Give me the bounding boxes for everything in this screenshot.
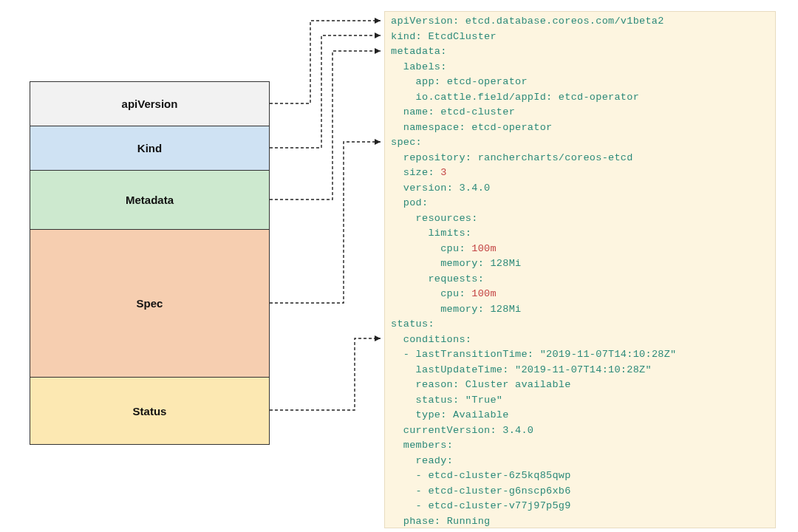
yaml-value: 3.4.0 (459, 183, 490, 194)
yaml-value: etcd-cluster (440, 106, 515, 117)
box-label: apiVersion (122, 98, 178, 110)
box-label: Spec (137, 297, 163, 310)
yaml-value: 100m (471, 288, 497, 299)
yaml-key: conditions (403, 334, 466, 345)
yaml-key: name (403, 106, 429, 117)
yaml-value: Running (447, 516, 491, 527)
yaml-key: size (403, 167, 429, 178)
yaml-value: Available (453, 409, 509, 420)
yaml-key: lastUpdateTime (416, 364, 503, 375)
yaml-value: 128Mi (490, 258, 521, 269)
yaml-key: version (403, 183, 447, 194)
yaml-key: metadata (391, 46, 440, 57)
yaml-value: etcd-cluster-6z5kq85qwp (428, 470, 570, 481)
box-label: Kind (137, 142, 162, 154)
yaml-key: spec (391, 137, 416, 148)
yaml-key: members (403, 440, 447, 451)
box-metadata: Metadata (30, 171, 269, 230)
yaml-value: etcd-operator (559, 92, 639, 103)
yaml-value: etcd-operator (447, 76, 528, 87)
yaml-value: etcd-operator (471, 122, 552, 133)
yaml-value: "True" (466, 395, 502, 406)
yaml-value: 3.4.0 (502, 425, 533, 436)
yaml-key: phase (403, 516, 434, 527)
yaml-key: labels (403, 61, 440, 72)
yaml-value: ranchercharts/coreos-etcd (478, 152, 633, 163)
yaml-key: repository (403, 152, 466, 163)
yaml-key: lastTransitionTime (416, 349, 528, 360)
yaml-key: app (416, 76, 434, 87)
yaml-value: "2019-11-07T14:10:28Z" (540, 349, 677, 360)
yaml-key: cpu (440, 288, 459, 299)
yaml-key: pod (403, 197, 422, 208)
yaml-value: 100m (471, 243, 497, 254)
yaml-key: apiVersion (391, 16, 453, 27)
yaml-key: kind (391, 31, 416, 42)
yaml-value: etcd.database.coreos.com/v1beta2 (466, 16, 664, 27)
yaml-value: 3 (440, 167, 446, 178)
yaml-key: currentVersion (403, 425, 491, 436)
box-label: Status (133, 405, 167, 417)
yaml-manifest: apiVersion: etcd.database.coreos.com/v1b… (384, 11, 776, 528)
yaml-value: 128Mi (490, 304, 521, 315)
yaml-key: type (416, 409, 441, 420)
yaml-key: requests (428, 273, 477, 284)
box-label: Metadata (126, 194, 174, 206)
yaml-key: io.cattle.field/appId (416, 92, 546, 103)
yaml-key: reason (416, 379, 453, 390)
yaml-key: memory (440, 304, 477, 315)
yaml-value: etcd-cluster-g6nscp6xb6 (428, 485, 570, 497)
yaml-key: memory (440, 258, 477, 269)
yaml-key: status (416, 395, 453, 406)
box-status: Status (30, 378, 269, 444)
yaml-value: Cluster available (466, 379, 571, 390)
yaml-value: EtcdCluster (428, 31, 496, 42)
yaml-key: status (391, 318, 428, 330)
yaml-key: resources (416, 213, 472, 224)
resource-sections: apiVersion Kind Metadata Spec Status (30, 81, 270, 445)
yaml-key: namespace (403, 122, 460, 133)
yaml-key: limits (428, 228, 465, 239)
box-kind: Kind (30, 126, 269, 171)
yaml-key: cpu (440, 243, 459, 254)
box-apiversion: apiVersion (30, 82, 269, 126)
yaml-key: ready (416, 455, 447, 466)
box-spec: Spec (30, 230, 269, 378)
yaml-value: etcd-cluster-v77j97p5g9 (428, 500, 570, 511)
yaml-value: "2019-11-07T14:10:28Z" (515, 364, 652, 375)
